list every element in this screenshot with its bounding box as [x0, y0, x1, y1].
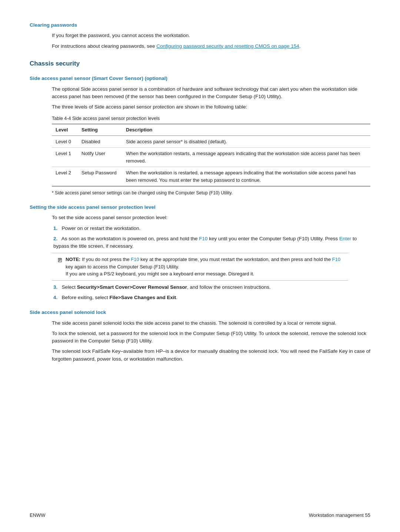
note-label: NOTE: [66, 257, 80, 262]
setting-protection-section: Setting the side access panel sensor pro… [30, 204, 370, 301]
para2-suffix: . [299, 43, 301, 49]
table-cell-description: When the workstation is restarted, a mes… [122, 167, 370, 187]
step1-text: Power on or restart the workstation. [62, 225, 141, 231]
note-icon: 🖹 [57, 256, 63, 265]
step3-num: 3. [53, 284, 57, 290]
setting-protection-intro: To set the side access panel sensor prot… [52, 214, 370, 221]
table-cell-description: Side access panel sensor* is disabled (d… [122, 135, 370, 148]
step-1: 1. Power on or restart the workstation. [52, 225, 370, 232]
table-cell-level: Level 0 [52, 135, 78, 148]
note-link2: F10 [332, 257, 340, 262]
clearing-passwords-section: Clearing passwords If you forget the pas… [30, 21, 370, 50]
table-caption-bold: Table 4-4 [52, 116, 71, 121]
clearing-passwords-link[interactable]: Configuring password security and resett… [156, 43, 299, 49]
table-footnote: * Side access panel sensor settings can … [52, 190, 370, 196]
step3-suffix: , and follow the onscreen instructions. [187, 284, 271, 290]
steps2-list: 3. Select Security>Smart Cover>Cover Rem… [52, 284, 370, 302]
table-cell-level: Level 2 [52, 167, 78, 187]
solenoid-lock-section: Side access panel solenoid lock The side… [30, 309, 370, 363]
step-3: 3. Select Security>Smart Cover>Cover Rem… [52, 284, 370, 291]
step2-link1: F10 [199, 236, 207, 241]
para2-prefix: For instructions about clearing password… [52, 43, 156, 49]
table-row: Level 2Setup PasswordWhen the workstatio… [52, 167, 370, 187]
sensor-para1: The optional Side access panel sensor is… [52, 86, 370, 101]
step2-prefix: As soon as the workstation is powered on… [61, 236, 199, 241]
note-text2: key again to access the Computer Setup (… [66, 264, 179, 270]
note-mid: If you do not press the [80, 257, 131, 262]
page-footer: ENWW Workstation management 55 [30, 512, 370, 519]
table-cell-setting: Disabled [78, 135, 122, 148]
col-header-level: Level [52, 124, 78, 135]
note-content: NOTE: If you do not press the F10 key at… [66, 256, 343, 278]
note-line2: If you are using a PS/2 keyboard, you mi… [66, 271, 254, 277]
clearing-passwords-para1: If you forget the password, you cannot a… [52, 32, 370, 39]
solenoid-para1: The side access panel solenoid locks the… [52, 319, 370, 327]
solenoid-para3: The solenoid lock FailSafe Key–available… [52, 348, 370, 363]
chassis-security-heading: Chassis security [30, 59, 370, 68]
step4-suffix: . [176, 295, 177, 300]
clearing-passwords-heading: Clearing passwords [30, 21, 370, 29]
step-2: 2. As soon as the workstation is powered… [52, 235, 370, 250]
note-box: 🖹 NOTE: If you do not press the F10 key … [52, 253, 348, 281]
side-access-panel-sensor-section: Side access panel sensor (Smart Cover Se… [30, 75, 370, 196]
step4-bold: File>Save Changes and Exit [110, 295, 176, 300]
step2-num: 2. [53, 236, 57, 241]
solenoid-para2: To lock the solenoid, set a password for… [52, 330, 370, 345]
step3-prefix: Select [62, 284, 77, 290]
step1-num: 1. [53, 225, 57, 231]
table-caption: Table 4-4 Side access panel sensor prote… [52, 115, 370, 122]
chassis-security-section: Chassis security Side access panel senso… [30, 59, 370, 363]
step2-mid1: key until you enter the Computer Setup (… [208, 236, 339, 241]
sensor-para2: The three levels of Side access panel se… [52, 103, 370, 111]
table-cell-description: When the workstation restarts, a message… [122, 148, 370, 167]
step3-bold: Security>Smart Cover>Cover Removal Senso… [77, 284, 187, 290]
step4-prefix: Before exiting, select [62, 295, 110, 300]
step4-num: 4. [53, 295, 57, 300]
footer-left: ENWW [30, 512, 46, 519]
table-cell-setting: Setup Password [78, 167, 122, 187]
table-cell-setting: Notify User [78, 148, 122, 167]
steps-list: 1. Power on or restart the workstation. … [52, 225, 370, 250]
sensor-table: Level Setting Description Level 0Disable… [52, 124, 370, 187]
col-header-setting: Setting [78, 124, 122, 135]
col-header-description: Description [122, 124, 370, 135]
note-link1: F10 [131, 257, 139, 262]
note-text1: key at the appropriate time, you must re… [139, 257, 332, 262]
table-row: Level 1Notify UserWhen the workstation r… [52, 148, 370, 167]
table-row: Level 0DisabledSide access panel sensor*… [52, 135, 370, 148]
footer-right: Workstation management 55 [309, 512, 370, 519]
step2-link2: Enter [339, 236, 351, 241]
table-header-row: Level Setting Description [52, 124, 370, 135]
setting-protection-heading: Setting the side access panel sensor pro… [30, 204, 370, 211]
solenoid-lock-heading: Side access panel solenoid lock [30, 309, 370, 316]
side-access-panel-sensor-heading: Side access panel sensor (Smart Cover Se… [30, 75, 370, 82]
table-cell-level: Level 1 [52, 148, 78, 167]
clearing-passwords-para2: For instructions about clearing password… [52, 43, 370, 50]
table-caption-text: Side access panel sensor protection leve… [71, 116, 160, 121]
step-4: 4. Before exiting, select File>Save Chan… [52, 294, 370, 301]
